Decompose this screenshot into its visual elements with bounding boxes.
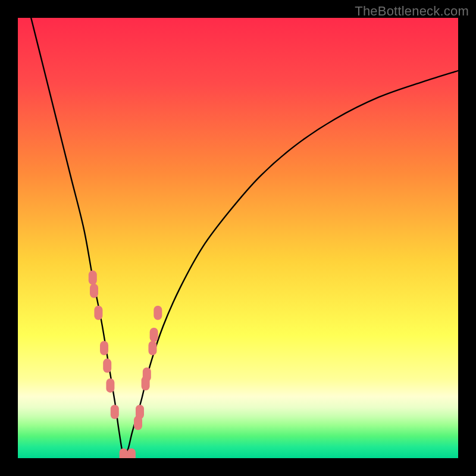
data-marker (143, 367, 151, 381)
data-marker (136, 405, 144, 419)
data-marker (100, 341, 108, 355)
data-marker (120, 449, 128, 458)
data-marker (103, 359, 111, 373)
data-marker (90, 284, 98, 298)
data-marker (154, 306, 162, 320)
watermark-text: TheBottleneck.com (355, 4, 469, 19)
data-marker (89, 271, 97, 285)
data-marker (148, 341, 156, 355)
data-marker (150, 328, 158, 342)
data-marker (111, 405, 119, 419)
plot-area (18, 18, 458, 458)
data-marker (106, 378, 114, 393)
chart-frame: TheBottleneck.com (0, 0, 476, 476)
marker-layer (18, 18, 458, 458)
data-marker (127, 449, 136, 458)
data-marker (94, 306, 102, 320)
